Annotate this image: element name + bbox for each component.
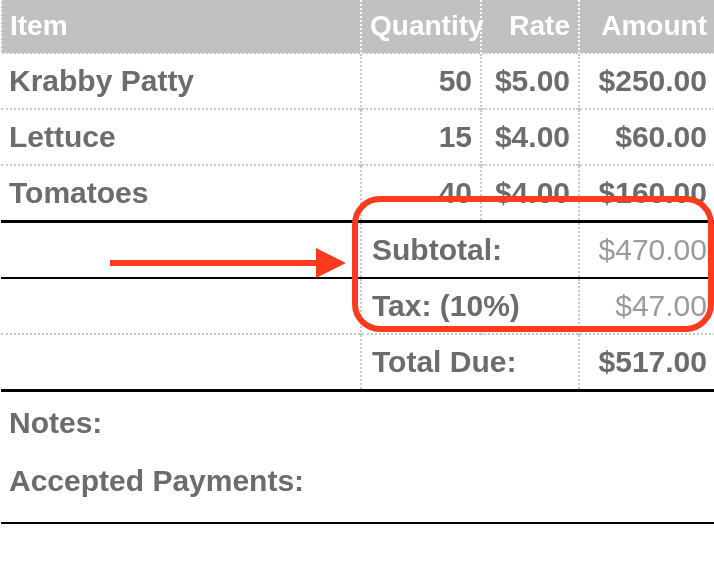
table-row: Tomatoes 40 $4.00 $160.00 (1, 165, 714, 222)
bottom-border (1, 523, 714, 525)
tax-row: Tax: (10%) $47.00 (1, 278, 714, 334)
notes-row: Notes: (1, 391, 714, 465)
tax-value: $47.00 (579, 278, 714, 334)
item-qty: 40 (361, 165, 481, 222)
table-row: Krabby Patty 50 $5.00 $250.00 (1, 53, 714, 109)
header-amount: Amount (579, 0, 714, 53)
total-row: Total Due: $517.00 (1, 334, 714, 391)
total-label: Total Due: (361, 334, 579, 391)
item-name: Tomatoes (1, 165, 361, 222)
item-amount: $160.00 (579, 165, 714, 222)
item-amount: $250.00 (579, 53, 714, 109)
blank-cell (1, 222, 361, 279)
total-value: $517.00 (579, 334, 714, 391)
header-item: Item (1, 0, 361, 53)
item-qty: 50 (361, 53, 481, 109)
blank-cell (1, 278, 361, 334)
tax-label: Tax: (10%) (361, 278, 579, 334)
blank-cell (1, 334, 361, 391)
item-qty: 15 (361, 109, 481, 165)
item-rate: $5.00 (481, 53, 579, 109)
table-row: Lettuce 15 $4.00 $60.00 (1, 109, 714, 165)
item-rate: $4.00 (481, 165, 579, 222)
item-amount: $60.00 (579, 109, 714, 165)
accepted-payments-label: Accepted Payments: (1, 464, 714, 523)
subtotal-row: Subtotal: $470.00 (1, 222, 714, 279)
header-rate: Rate (481, 0, 579, 53)
header-quantity: Quantity (361, 0, 481, 53)
notes-label: Notes: (1, 391, 714, 465)
invoice-table: Item Quantity Rate Amount Krabby Patty 5… (0, 0, 714, 525)
item-name: Krabby Patty (1, 53, 361, 109)
table-header-row: Item Quantity Rate Amount (1, 0, 714, 53)
item-name: Lettuce (1, 109, 361, 165)
subtotal-label: Subtotal: (361, 222, 579, 279)
subtotal-value: $470.00 (579, 222, 714, 279)
item-rate: $4.00 (481, 109, 579, 165)
accepted-payments-row: Accepted Payments: (1, 464, 714, 523)
